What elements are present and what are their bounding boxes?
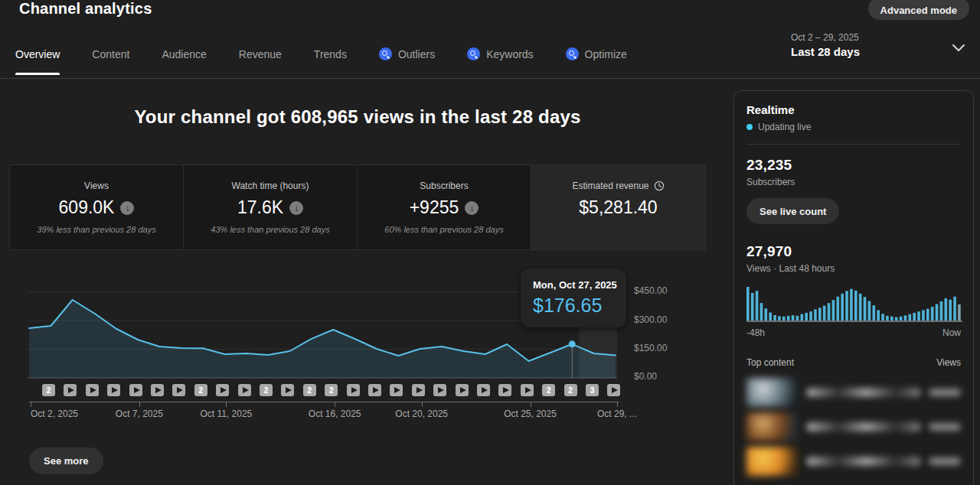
chevron-down-icon[interactable] [951, 43, 966, 54]
video-count: 2 [47, 386, 51, 395]
x-axis-tick [139, 402, 140, 407]
video-published-marker[interactable] [172, 384, 185, 396]
tab-label: Revenue [239, 48, 282, 60]
metric-card-views[interactable]: Views609.0K↓39% less than previous 28 da… [10, 165, 184, 249]
metric-comparison: 39% less than previous 28 days [10, 225, 183, 234]
play-icon [394, 387, 400, 393]
video-published-marker[interactable] [216, 384, 229, 396]
metric-card-estimated-revenue[interactable]: Estimated revenue$5,281.40 [531, 165, 705, 249]
play-icon [177, 387, 183, 393]
trend-down-icon: ↓ [289, 201, 303, 215]
x-axis-tick [226, 402, 227, 407]
top-content-label: Top content [746, 357, 794, 368]
x-axis-label: Oct 16, 2025 [300, 409, 369, 419]
metric-card-subscribers[interactable]: Subscribers+9255↓60% less than previous … [358, 165, 531, 249]
video-title-blurred [806, 422, 921, 431]
tab-keywords[interactable]: Keywords [467, 47, 533, 75]
metric-label: Watch time (hours) [232, 181, 309, 191]
x-axis-tick [531, 402, 531, 407]
tab-label: Audience [162, 48, 206, 60]
tab-revenue[interactable]: Revenue [239, 48, 282, 75]
video-published-marker[interactable] [498, 384, 511, 396]
x-axis-label: Oct 7, 2025 [105, 409, 174, 419]
date-range-selector[interactable]: Oct 2 – 29, 2025 Last 28 days [791, 32, 860, 58]
tab-audience[interactable]: Audience [162, 48, 206, 75]
live-dot-icon [746, 124, 753, 130]
tab-trends[interactable]: Trends [314, 48, 347, 75]
video-published-marker[interactable] [86, 384, 99, 396]
trend-down-icon: ↓ [465, 201, 479, 215]
play-icon [220, 387, 227, 393]
x-axis-label: Oct 25, 2025 [496, 409, 565, 419]
video-published-marker[interactable] [129, 384, 142, 396]
tab-optimize[interactable]: Optimize [566, 47, 627, 75]
x-axis-label: Oct 2, 2025 [31, 409, 78, 419]
tab-label: Keywords [486, 48, 533, 60]
play-icon [243, 387, 249, 393]
video-published-marker-multi[interactable]: 2 [194, 384, 207, 396]
metric-value: 609.0K↓ [10, 197, 183, 218]
video-count: 2 [568, 386, 573, 395]
video-published-marker-multi[interactable]: 2 [303, 384, 316, 396]
video-published-marker[interactable] [281, 384, 294, 396]
play-icon [612, 387, 618, 393]
x-axis-tick [335, 402, 335, 407]
video-published-marker[interactable] [607, 384, 620, 396]
video-published-marker-multi[interactable]: 2 [564, 384, 577, 396]
tab-label: Content [92, 48, 129, 60]
video-published-marker-multi[interactable]: 2 [325, 384, 338, 396]
video-count: 2 [547, 386, 551, 395]
video-published-marker[interactable] [64, 384, 77, 396]
play-icon [438, 387, 444, 393]
video-published-marker[interactable] [347, 384, 360, 396]
top-content-row[interactable] [746, 409, 961, 444]
top-content-row[interactable] [746, 444, 961, 478]
top-content-header: Top content Views [746, 357, 961, 368]
play-icon [460, 387, 466, 393]
video-count: 2 [308, 386, 312, 395]
video-count: 3 [590, 386, 595, 395]
metric-value: $5,281.40 [531, 197, 705, 218]
video-published-marker-multi[interactable]: 2 [260, 384, 273, 396]
tab-label: Optimize [585, 48, 627, 60]
tab-outliers[interactable]: Outliers [379, 47, 435, 75]
realtime-views-label: Views · Last 48 hours [746, 263, 961, 274]
realtime-bar-chart[interactable] [746, 284, 962, 323]
play-icon [482, 387, 488, 393]
video-published-marker[interactable] [151, 384, 164, 396]
play-icon [503, 387, 509, 393]
top-content-row[interactable] [746, 375, 961, 409]
video-title-blurred [806, 457, 921, 466]
video-published-marker[interactable] [412, 384, 425, 396]
realtime-subscriber-count: 23,235 [746, 157, 961, 174]
video-published-marker-multi[interactable]: 2 [542, 384, 555, 396]
trend-down-icon: ↓ [120, 201, 134, 215]
y-axis-label: $0.00 [634, 371, 688, 382]
x-axis-tick [617, 402, 618, 407]
video-count: 2 [264, 386, 269, 395]
tab-content[interactable]: Content [92, 48, 129, 75]
video-views-blurred [929, 423, 961, 431]
video-published-marker-multi[interactable]: 3 [586, 384, 599, 396]
video-published-marker[interactable] [107, 384, 120, 396]
tooltip-date: Mon, Oct 27, 2025 [533, 279, 614, 291]
video-published-marker[interactable] [390, 384, 403, 396]
video-published-marker[interactable] [521, 384, 534, 396]
metric-card-watch-time-hours[interactable]: Watch time (hours)17.6K↓43% less than pr… [184, 165, 358, 249]
realtime-subscriber-label: Subscribers [746, 177, 961, 187]
clock-icon [654, 181, 665, 191]
play-icon [68, 387, 74, 393]
video-published-marker-multi[interactable]: 2 [42, 384, 55, 396]
advanced-mode-button[interactable]: Advanced mode [868, 0, 969, 20]
see-more-button[interactable]: See more [29, 448, 103, 474]
tab-label: Outliers [398, 48, 435, 60]
video-thumbnail-blurred [746, 412, 799, 441]
research-sparkle-icon [566, 47, 579, 60]
tab-overview[interactable]: Overview [15, 48, 60, 75]
see-live-count-button[interactable]: See live count [746, 198, 839, 224]
video-published-marker[interactable] [238, 384, 251, 396]
video-published-marker[interactable] [477, 384, 490, 396]
video-published-marker[interactable] [456, 384, 469, 396]
video-published-marker[interactable] [433, 384, 446, 396]
video-published-marker[interactable] [368, 384, 381, 396]
